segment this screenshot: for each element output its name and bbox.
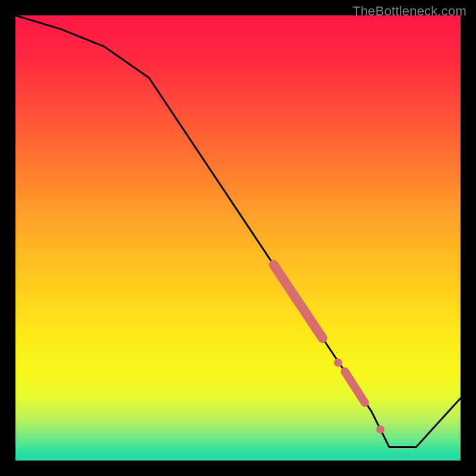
highlight-dot-1 [334,358,342,367]
bottleneck-curve [15,15,461,447]
highlight-segment-2 [345,371,365,402]
chart-container: TheBottleneck.com [0,0,476,476]
highlight-segment-1 [274,265,322,338]
chart-overlay [0,0,476,476]
highlight-dot-2 [376,425,384,434]
